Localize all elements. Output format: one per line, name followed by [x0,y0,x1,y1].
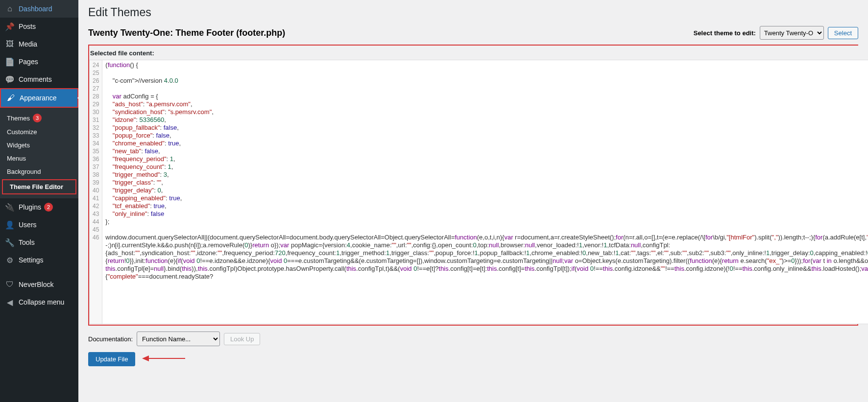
submenu-label: Widgets [7,142,30,149]
sidebar-item-label: Settings [19,256,44,264]
select-theme-label: Select theme to edit: [694,29,756,37]
submenu-label: Menus [7,155,26,162]
admin-sidebar: ⌂Dashboard 📌Posts 🖼Media 📄Pages 💬Comment… [0,0,78,402]
main-content: Edit Themes Twenty Twenty-One: Theme Foo… [78,0,868,402]
submenu-widgets[interactable]: Widgets [0,139,78,152]
lookup-button[interactable]: Look Up [224,333,260,345]
sidebar-item-label: Comments [19,75,52,83]
page-title: Edit Themes [88,0,858,21]
plugin-icon: 🔌 [5,202,15,212]
svg-marker-1 [142,355,149,361]
sidebar-item-label: Users [19,221,37,229]
sidebar-item-label: Appearance [20,94,57,102]
shield-icon: 🛡 [5,280,15,289]
brush-icon: 🖌 [6,93,16,103]
sidebar-item-appearance[interactable]: 🖌Appearance [1,89,77,107]
documentation-select[interactable]: Function Name... [137,331,220,346]
code-body[interactable]: (function() { "c-com">//version 4.0.0 va… [102,60,868,324]
submenu-customize[interactable]: Customize [0,125,78,139]
submenu-themes[interactable]: Themes3 [0,111,78,125]
submenu-background[interactable]: Background [0,165,78,178]
badge: 2 [44,203,53,212]
sidebar-item-label: Dashboard [19,5,52,13]
submenu-label: Customize [7,128,37,136]
comment-icon: 💬 [5,74,15,84]
appearance-submenu: Themes3 Customize Widgets Menus Backgrou… [0,108,78,198]
wrench-icon: 🔧 [5,237,15,247]
sidebar-item-plugins[interactable]: 🔌Plugins2 [0,198,78,216]
theme-select[interactable]: Twenty Twenty-O [760,26,824,40]
pin-icon: 📌 [5,22,15,31]
select-button[interactable]: Select [828,27,858,39]
gear-icon: ⚙ [5,255,15,265]
sidebar-item-tools[interactable]: 🔧Tools [0,234,78,251]
sidebar-item-comments[interactable]: 💬Comments [0,71,78,88]
sidebar-item-label: Tools [19,238,35,246]
media-icon: 🖼 [5,39,15,49]
user-icon: 👤 [5,220,15,230]
sidebar-item-label: Plugins [19,203,41,211]
submenu-label: Theme File Editor [10,183,63,190]
sidebar-item-settings[interactable]: ⚙Settings [0,251,78,269]
submenu-theme-file-editor[interactable]: Theme File Editor [3,180,75,193]
collapse-icon: ◀ [5,297,15,307]
line-gutter: 2425262728293031323334353637383940414243… [90,60,102,324]
file-subtitle: Twenty Twenty-One: Theme Footer (footer.… [88,28,285,38]
sidebar-item-label: Pages [19,58,38,66]
sidebar-item-label: Collapse menu [19,298,64,306]
sidebar-item-collapse[interactable]: ◀Collapse menu [0,293,78,311]
sidebar-item-posts[interactable]: 📌Posts [0,18,78,35]
sidebar-item-pages[interactable]: 📄Pages [0,53,78,71]
sidebar-item-neverblock[interactable]: 🛡NeverBlock [0,276,78,293]
sidebar-item-label: NeverBlock [19,281,54,288]
sidebar-item-users[interactable]: 👤Users [0,216,78,234]
sidebar-item-dashboard[interactable]: ⌂Dashboard [0,0,78,18]
sidebar-item-media[interactable]: 🖼Media [0,35,78,53]
arrow-icon [142,353,186,366]
selected-file-label: Selected file content: [89,46,868,60]
documentation-label: Documentation: [88,335,133,343]
submenu-label: Themes [7,115,30,122]
sidebar-item-label: Media [19,40,37,48]
badge: 3 [33,114,42,122]
submenu-menus[interactable]: Menus [0,152,78,165]
sidebar-item-label: Posts [19,23,36,30]
page-icon: 📄 [5,57,15,67]
code-editor[interactable]: 2425262728293031323334353637383940414243… [89,60,868,324]
editor-container: Selected file content: 24252627282930313… [88,45,858,326]
dashboard-icon: ⌂ [5,4,15,14]
submenu-label: Background [7,168,41,175]
update-file-button[interactable]: Update File [88,352,135,366]
